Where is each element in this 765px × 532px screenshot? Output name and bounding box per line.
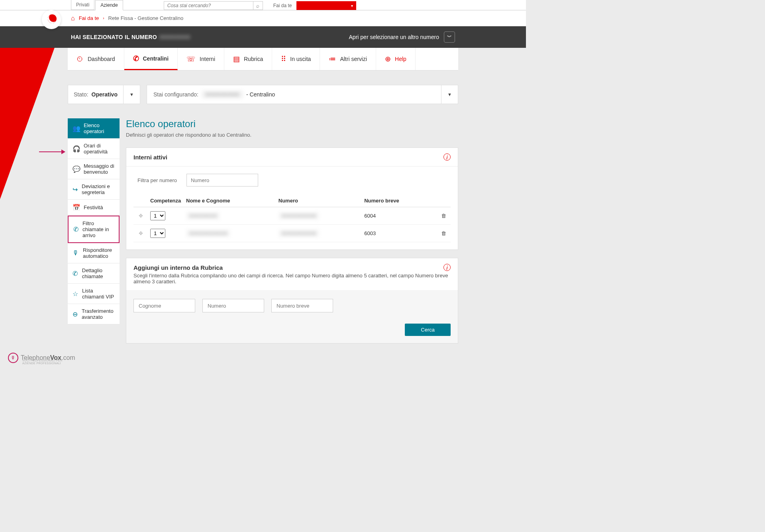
vodafone-logo [42,10,61,29]
nav-interni[interactable]: ☏Interni [178,48,224,70]
chevron-down-icon: ▼ [129,92,134,97]
sidebar-risponditore[interactable]: 🎙Risponditore automatico [68,243,120,263]
filter-input[interactable] [186,174,258,186]
change-number-button[interactable]: ︾ [444,31,455,43]
status-label: Stato: [74,91,88,98]
sidebar-item-label: Risponditore automatico [83,247,115,259]
sidebar-dettaglio[interactable]: ✆Dettaglio chiamate [68,263,120,284]
nav-rubrica[interactable]: ▤Rubrica [224,48,272,70]
home-icon[interactable]: ⌂ [71,15,75,22]
chevron-down-icon: ▼ [447,92,452,97]
info-icon[interactable]: i [443,153,451,161]
nav-label: Altri servizi [340,56,367,62]
mic-icon: 🎙 [73,249,79,257]
drag-handle[interactable]: ✥ [133,207,148,225]
status-row: Stato: Operativo ▼ Stai configurando: XX… [68,85,458,104]
config-panel: Stai configurando: XXXXXXXXX - Centralin… [147,85,441,104]
cognome-input[interactable] [133,299,195,312]
star-icon: ☆ [73,290,78,298]
trash-icon: 🗑 [441,230,446,236]
nav-help[interactable]: ⊕Help [376,48,416,70]
competenza-select[interactable]: 1 [150,229,165,238]
double-chevron-down-icon: ︾ [447,34,452,41]
selected-number-value: 0000000000 [159,34,190,40]
sidebar-item-label: Trasferimento avanzato [82,308,115,320]
cell-numero: XXXXXXXXXX [279,212,320,220]
sidebar-orari[interactable]: 🎧Orari di operatività [68,139,120,159]
interni-attivi-card: Interni attivi i Filtra per numero Compe… [126,147,458,250]
change-number-label: Apri per selezionare un altro numero [349,34,439,40]
add-desc: Scegli l'interno dalla Rubrica compiland… [133,273,451,285]
delete-row-button[interactable]: 🗑 [436,225,451,242]
sidebar: 👥Elenco operatori 🎧Orari di operatività … [68,118,120,324]
sidebar-item-label: Orari di operatività [84,143,115,155]
table-row: ✥ 1 XXXXXXXXXXX XXXXXXXXXX 6003 🗑 [133,225,451,242]
breadcrumb-sep: › [103,16,104,20]
sidebar-deviazioni[interactable]: ↪Deviazioni e segreteria [68,179,120,200]
account-dropdown[interactable]: ▾ [296,1,356,10]
config-label: Stai configurando: [153,91,198,98]
sidebar-messaggio[interactable]: 💬Messaggio di benvenuto [68,159,120,179]
nav-uscita[interactable]: ⠿In uscita [272,48,320,70]
sidebar-vip[interactable]: ☆Lista chiamanti VIP [68,284,120,304]
top-search-wrap: ⌕ [164,1,263,10]
breadcrumb: ⌂ Fai da te › Rete Fissa - Gestione Cent… [0,10,526,26]
call-detail-icon: ✆ [73,270,78,277]
status-panel: Stato: Operativo [68,85,124,104]
forward-icon: ↪ [73,186,78,193]
trash-icon: 🗑 [441,213,446,219]
info-icon[interactable]: i [443,264,451,271]
nav-altri[interactable]: ≔Altri servizi [320,48,376,70]
nav-label: Interni [200,56,215,62]
status-value: Operativo [92,91,118,98]
top-tabbar: Privati Aziende ⌕ Fai da te ▾ [0,0,526,10]
nav-label: Centralini [143,55,169,62]
card-head: Aggiungi un interno da Rubrica i Scegli … [126,258,458,290]
nav-label: In uscita [290,56,311,62]
sidebar-filtro-chiamate[interactable]: ✆Filtro chiamate in arrivo [68,216,120,243]
sidebar-item-label: Deviazioni e segreteria [82,183,115,195]
drag-handle[interactable]: ✥ [133,225,148,242]
nav-dashboard[interactable]: ⏲Dashboard [68,48,124,70]
config-dropdown-button[interactable]: ▼ [441,85,458,104]
config-value-blurred: XXXXXXXXX [202,90,243,98]
tab-aziende[interactable]: Aziende [95,0,123,10]
annotation-arrow [39,151,65,152]
sidebar-item-label: Elenco operatori [84,122,115,134]
filter-row: Filtra per numero [137,174,451,186]
top-search-button[interactable]: ⌕ [253,1,263,10]
card-body: Filtra per numero Competenza Nome e Cogn… [126,167,458,249]
call-filter-icon: ✆ [73,226,78,233]
aggiungi-interno-card: Aggiungi un interno da Rubrica i Scegli … [126,258,458,344]
telephonevox-logo: 🎙 TelephoneVox.com VOCI PROFESSIONALI PE… [8,353,75,363]
content-row: 👥Elenco operatori 🎧Orari di operatività … [68,118,458,351]
selected-number-bar: HAI SELEZIONATO IL NUMERO 0000000000 Apr… [0,26,526,48]
sidebar-elenco-operatori[interactable]: 👥Elenco operatori [68,118,120,139]
phone-icon: ✆ [133,54,139,63]
nav-label: Rubrica [244,56,263,62]
sidebar-item-label: Festività [84,204,103,210]
headset-icon: 🎧 [73,145,80,153]
breadcrumb-home[interactable]: Fai da te [79,15,99,21]
top-search-input[interactable] [164,1,253,10]
logo-mic-icon: 🎙 [8,353,18,363]
sidebar-trasferimento[interactable]: ⊖Trasferimento avanzato [68,304,120,324]
search-icon: ⌕ [256,3,259,9]
col-competenza: Competenza [148,194,184,207]
tab-privati[interactable]: Privati [71,0,94,10]
sidebar-item-label: Filtro chiamate in arrivo [82,220,114,238]
competenza-select[interactable]: 1 [150,211,165,220]
card-head: Interni attivi i [126,148,458,167]
addressbook-icon: ▤ [233,55,240,63]
col-breve: Numero breve [362,194,436,207]
delete-row-button[interactable]: 🗑 [436,207,451,225]
status-dropdown-button[interactable]: ▼ [124,85,140,104]
nav-label: Dashboard [88,56,115,62]
breadcrumb-current: Rete Fissa - Gestione Centralino [108,15,184,21]
cell-numero: XXXXXXXXXX [279,230,320,237]
nav-centralini[interactable]: ✆Centralini [124,48,178,70]
cerca-button[interactable]: Cerca [405,324,451,336]
sidebar-festivita[interactable]: 📅Festività [68,200,120,216]
numero-breve-input[interactable] [271,299,333,312]
numero-input[interactable] [202,299,264,312]
